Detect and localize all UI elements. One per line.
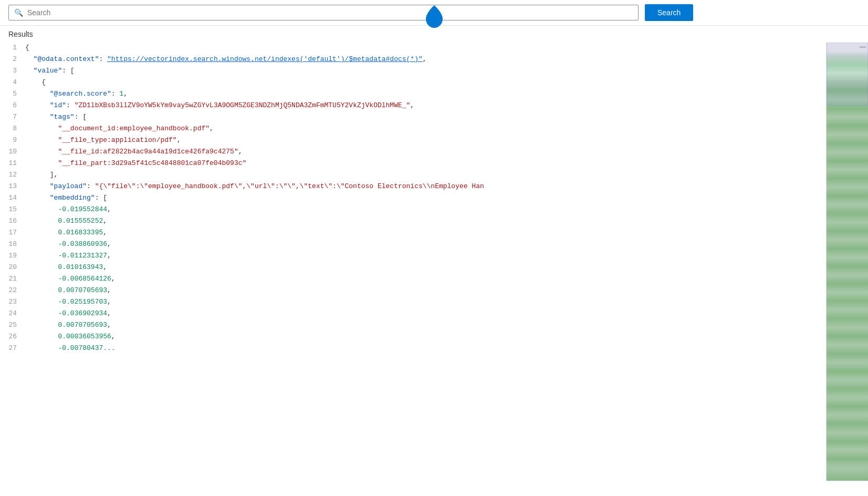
- line-number: 21: [4, 274, 25, 284]
- table-row: 13 "payload": "{\"file\":\"employee_hand…: [0, 181, 826, 193]
- table-row: 5 "@search.score": 1,: [0, 89, 826, 100]
- line-content: {: [25, 77, 822, 88]
- table-row: 9 "__file_type:application/pdf",: [0, 135, 826, 147]
- line-number: 3: [4, 66, 25, 76]
- line-content: 0.010163943,: [25, 262, 822, 273]
- line-content: "embedding": [: [25, 193, 822, 203]
- line-content: 0.0070705693,: [25, 285, 822, 296]
- line-content: 0.0070705693,: [25, 320, 822, 330]
- table-row: 22 0.0070705693,: [0, 285, 826, 297]
- logo-area: [425, 5, 444, 30]
- search-button[interactable]: Search: [645, 4, 693, 21]
- line-number: 4: [4, 77, 25, 88]
- line-number: 26: [4, 332, 25, 342]
- logo-icon: [425, 5, 444, 28]
- table-row: 16 0.015555252,: [0, 216, 826, 228]
- line-number: 10: [4, 147, 25, 157]
- line-content: 0.016833395,: [25, 228, 822, 238]
- line-number: 5: [4, 89, 25, 99]
- table-row: 24 -0.036902934,: [0, 308, 826, 320]
- json-viewer[interactable]: 1{2 "@odata.context": "https://vectorind…: [0, 43, 826, 481]
- line-content: 0.015555252,: [25, 216, 822, 226]
- line-number: 17: [4, 228, 25, 238]
- minimap: —: [826, 43, 868, 481]
- table-row: 1{: [0, 43, 826, 54]
- table-row: 21 -0.0068564126,: [0, 274, 826, 285]
- table-row: 7 "tags": [: [0, 112, 826, 123]
- table-row: 6 "id": "ZD1lbXBsb3llZV9oYW5kYm9vay5wZGY…: [0, 100, 826, 112]
- table-row: 26 0.00036053956,: [0, 332, 826, 343]
- line-content: -0.036902934,: [25, 308, 822, 319]
- line-number: 11: [4, 158, 25, 169]
- line-content: 0.00036053956,: [25, 332, 822, 342]
- line-content: ],: [25, 170, 822, 180]
- content-area: 1{2 "@odata.context": "https://vectorind…: [0, 43, 868, 481]
- line-number: 6: [4, 100, 25, 111]
- line-content: -0.0068564126,: [25, 274, 822, 284]
- line-number: 14: [4, 193, 25, 203]
- line-content: -0.00780437...: [25, 343, 822, 354]
- minimap-thumb: [827, 43, 868, 106]
- table-row: 27 -0.00780437...: [0, 343, 826, 355]
- table-row: 25 0.0070705693,: [0, 320, 826, 332]
- table-row: 17 0.016833395,: [0, 228, 826, 239]
- table-row: 23 -0.025195703,: [0, 297, 826, 308]
- table-row: 11 "__file_part:3d29a5f41c5c4848801ca07f…: [0, 158, 826, 170]
- line-number: 23: [4, 297, 25, 307]
- line-number: 9: [4, 135, 25, 146]
- line-number: 15: [4, 204, 25, 215]
- table-row: 18 -0.038860936,: [0, 239, 826, 251]
- search-icon: 🔍: [14, 8, 23, 17]
- line-number: 25: [4, 320, 25, 330]
- search-input[interactable]: [27, 8, 633, 17]
- line-number: 2: [4, 54, 25, 65]
- line-content: "id": "ZD1lbXBsb3llZV9oYW5kYm9vay5wZGYvL…: [25, 100, 822, 111]
- line-content: "__file_type:application/pdf",: [25, 135, 822, 146]
- search-box: 🔍: [8, 5, 639, 20]
- line-number: 22: [4, 285, 25, 296]
- table-row: 12 ],: [0, 170, 826, 181]
- line-content: "value": [: [25, 66, 822, 76]
- line-content: -0.038860936,: [25, 239, 822, 250]
- line-content: "@odata.context": "https://vectorindex.s…: [25, 54, 822, 65]
- line-content: "__file_id:af2822b4ac9a44a19d1ce426fa9c4…: [25, 147, 822, 157]
- table-row: 8 "__document_id:employee_handbook.pdf",: [0, 123, 826, 135]
- line-content: {: [25, 43, 822, 53]
- top-bar: 🔍 Search: [0, 0, 868, 26]
- table-row: 20 0.010163943,: [0, 262, 826, 274]
- line-number: 13: [4, 181, 25, 192]
- line-content: "payload": "{\"file\":\"employee_handboo…: [25, 181, 822, 192]
- line-content: "__document_id:employee_handbook.pdf",: [25, 123, 822, 134]
- line-number: 1: [4, 43, 25, 53]
- line-content: -0.019552844,: [25, 204, 822, 215]
- line-number: 27: [4, 343, 25, 354]
- table-row: 2 "@odata.context": "https://vectorindex…: [0, 54, 826, 66]
- table-row: 10 "__file_id:af2822b4ac9a44a19d1ce426fa…: [0, 147, 826, 158]
- line-content: -0.011231327,: [25, 251, 822, 261]
- line-number: 18: [4, 239, 25, 250]
- line-number: 20: [4, 262, 25, 273]
- line-number: 19: [4, 251, 25, 261]
- line-number: 24: [4, 308, 25, 319]
- table-row: 14 "embedding": [: [0, 193, 826, 204]
- table-row: 4 {: [0, 77, 826, 89]
- line-number: 7: [4, 112, 25, 122]
- line-content: "@search.score": 1,: [25, 89, 822, 99]
- table-row: 15 -0.019552844,: [0, 204, 826, 216]
- line-number: 16: [4, 216, 25, 226]
- line-content: "tags": [: [25, 112, 822, 122]
- line-content: "__file_part:3d29a5f41c5c4848801ca07fe04…: [25, 158, 822, 169]
- table-row: 19 -0.011231327,: [0, 251, 826, 262]
- line-content: -0.025195703,: [25, 297, 822, 307]
- line-number: 12: [4, 170, 25, 180]
- line-number: 8: [4, 123, 25, 134]
- minimap-content: [827, 43, 868, 481]
- table-row: 3 "value": [: [0, 66, 826, 77]
